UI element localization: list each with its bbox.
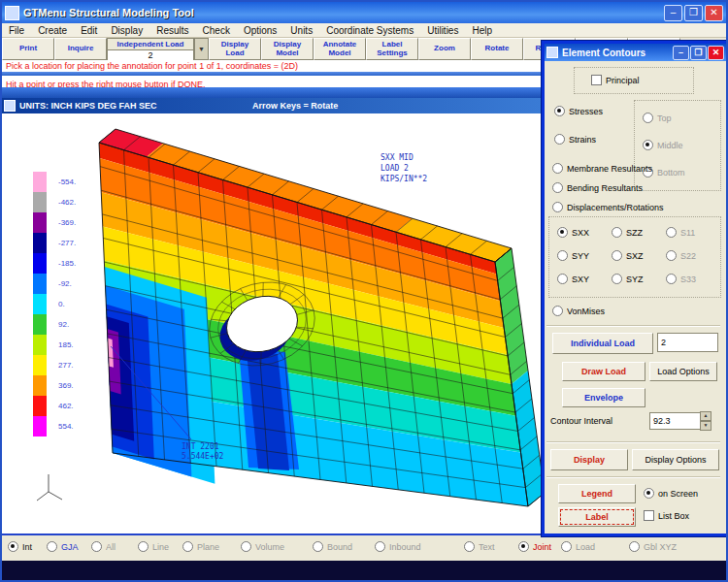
filter-int[interactable]: Int: [8, 541, 32, 552]
filter-plane[interactable]: Plane: [182, 541, 219, 552]
component-syz-radio[interactable]: SYZ: [612, 274, 644, 284]
surface-top-radio[interactable]: Top: [643, 113, 672, 123]
filter-text[interactable]: Text: [464, 541, 495, 552]
minimize-button[interactable]: –: [664, 5, 682, 21]
menu-help[interactable]: Help: [472, 25, 492, 36]
radio-icon[interactable]: [561, 541, 572, 552]
membrane-resultants-radio[interactable]: Membrane Resultants: [552, 163, 652, 174]
legend-row: -369.: [33, 212, 76, 233]
radio-icon[interactable]: [518, 541, 529, 552]
filter-gbl-xyz[interactable]: Gbl XYZ: [629, 541, 677, 552]
radio-icon[interactable]: [375, 541, 385, 552]
checkbox-icon[interactable]: [644, 510, 654, 521]
inquire-button[interactable]: Inquire: [54, 38, 107, 60]
radio-icon[interactable]: [643, 113, 653, 123]
filter-inbound[interactable]: Inbound: [375, 541, 421, 552]
menu-file[interactable]: File: [9, 25, 24, 36]
independent-load-value[interactable]: 2: [108, 49, 193, 60]
display-options-button[interactable]: Display Options: [632, 449, 719, 470]
menu-coordinate-systems[interactable]: Coordinate Systems: [326, 25, 414, 36]
filter-volume[interactable]: Volume: [241, 541, 284, 552]
on-screen-radio[interactable]: on Screen: [644, 488, 698, 499]
rotate-button[interactable]: Rotate: [471, 38, 523, 60]
radio-icon[interactable]: [552, 182, 563, 193]
radio-icon[interactable]: [612, 274, 622, 284]
displacements-rotations-radio[interactable]: Displacements/Rotations: [552, 202, 664, 212]
radio-icon[interactable]: [557, 274, 568, 284]
radio-icon[interactable]: [552, 163, 563, 174]
filter-joint[interactable]: Joint: [518, 541, 551, 552]
strains-radio[interactable]: Strains: [554, 134, 596, 145]
radio-icon[interactable]: [552, 202, 563, 212]
radio-icon[interactable]: [644, 488, 654, 499]
dialog-titlebar[interactable]: Element Contours – ❐ ✕: [545, 44, 726, 61]
display-load-button[interactable]: Display Load: [209, 38, 261, 60]
menu-edit[interactable]: Edit: [81, 25, 97, 36]
filter-load[interactable]: Load: [561, 541, 595, 552]
radio-icon[interactable]: [554, 134, 565, 145]
print-button[interactable]: Print: [2, 38, 54, 60]
bending-resultants-radio[interactable]: Bending Resultants: [552, 182, 643, 193]
filter-all[interactable]: All: [91, 541, 116, 552]
radio-icon[interactable]: [91, 541, 102, 552]
component-sxz-radio[interactable]: SXZ: [612, 250, 644, 261]
menu-units[interactable]: Units: [290, 25, 313, 36]
dialog-minimize-button[interactable]: –: [673, 46, 689, 60]
component-sxy-radio[interactable]: SXY: [557, 274, 589, 284]
envelope-button[interactable]: Envelope: [562, 388, 645, 407]
checkbox-icon[interactable]: [591, 75, 602, 85]
legend-button[interactable]: Legend: [558, 484, 636, 503]
zoom-button[interactable]: Zoom: [418, 38, 471, 60]
filter-line[interactable]: Line: [138, 541, 169, 552]
menu-display[interactable]: Display: [111, 25, 143, 36]
radio-icon[interactable]: [643, 140, 653, 150]
radio-icon[interactable]: [552, 306, 563, 316]
radio-icon[interactable]: [182, 541, 193, 552]
spinner-down-icon[interactable]: ▼: [700, 421, 711, 431]
display-model-button[interactable]: Display Model: [261, 38, 314, 60]
close-button[interactable]: ✕: [705, 5, 723, 21]
radio-icon[interactable]: [629, 541, 640, 552]
individual-load-button[interactable]: Individual Load: [552, 333, 653, 354]
von-mises-radio[interactable]: VonMises: [552, 306, 605, 316]
radio-icon[interactable]: [241, 541, 251, 552]
independent-load-combo[interactable]: Independent Load 2: [107, 38, 194, 60]
load-options-button[interactable]: Load Options: [649, 362, 717, 381]
surface-middle-radio[interactable]: Middle: [643, 140, 683, 150]
menu-options[interactable]: Options: [244, 25, 277, 36]
dialog-close-button[interactable]: ✕: [708, 46, 724, 60]
contour-interval-field[interactable]: 92.3: [649, 412, 701, 430]
component-szz-radio[interactable]: SZZ: [612, 227, 643, 238]
menu-utilities[interactable]: Utilities: [427, 25, 458, 36]
maximize-button[interactable]: ❐: [684, 5, 703, 21]
filter-gja[interactable]: GJA: [47, 541, 79, 552]
list-box-checkbox[interactable]: List Box: [644, 510, 689, 521]
radio-icon[interactable]: [8, 541, 18, 552]
radio-icon[interactable]: [612, 250, 622, 261]
annotate-model-button[interactable]: Annotate Model: [314, 38, 366, 60]
radio-icon[interactable]: [138, 541, 149, 552]
menu-check[interactable]: Check: [203, 25, 230, 36]
draw-load-button[interactable]: Draw Load: [562, 362, 645, 381]
label-settings-button[interactable]: Label Settings: [366, 38, 418, 60]
spinner-up-icon[interactable]: ▲: [700, 411, 711, 421]
radio-icon[interactable]: [557, 250, 568, 261]
individual-load-field[interactable]: 2: [657, 333, 718, 352]
chevron-down-icon[interactable]: ▼: [194, 38, 209, 60]
dialog-restore-button[interactable]: ❐: [690, 46, 707, 60]
component-syy-radio[interactable]: SYY: [557, 250, 589, 261]
radio-icon[interactable]: [47, 541, 57, 552]
radio-icon[interactable]: [313, 541, 323, 552]
stresses-radio[interactable]: Stresses: [554, 106, 603, 116]
display-button[interactable]: Display: [550, 449, 628, 470]
principal-checkbox[interactable]: Principal: [591, 75, 640, 85]
radio-icon[interactable]: [557, 227, 568, 238]
component-sxx-radio[interactable]: SXX: [557, 227, 589, 238]
radio-icon[interactable]: [464, 541, 475, 552]
radio-icon[interactable]: [554, 106, 565, 116]
filter-bound[interactable]: Bound: [313, 541, 352, 552]
radio-icon[interactable]: [612, 227, 622, 238]
label-button[interactable]: Label: [558, 507, 636, 527]
menu-create[interactable]: Create: [38, 25, 67, 36]
menu-results[interactable]: Results: [156, 25, 188, 36]
